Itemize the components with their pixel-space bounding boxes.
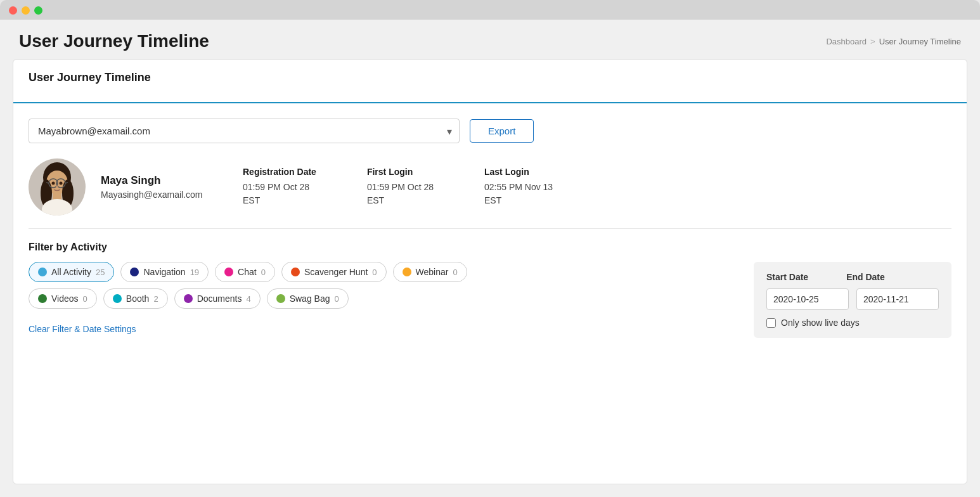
minimize-button[interactable] (22, 6, 30, 15)
svg-point-14 (56, 186, 58, 188)
filter-pill-chat[interactable]: Chat 0 (215, 262, 275, 282)
pill-dot-booth (113, 294, 122, 303)
export-button[interactable]: Export (470, 119, 534, 143)
pill-dot-documents (184, 294, 193, 303)
filter-pills-row-2: Videos 0 Booth 2 Documents 4 Swag Bag 0 (29, 288, 744, 309)
last-login-value: 02:55 PM Nov 13 EST (484, 181, 553, 207)
registration-date-value: 01:59 PM Oct 28 EST (243, 181, 316, 207)
svg-line-10 (46, 183, 49, 183)
pill-label-webinar: Webinar (416, 267, 449, 277)
pill-count-documents: 4 (246, 294, 250, 304)
date-filter-header: Start Date End Date (766, 272, 939, 282)
card-body: Mayabrown@examail.com ▾ Export (13, 103, 967, 351)
pill-label-booth: Booth (126, 294, 150, 304)
filter-title: Filter by Activity (29, 242, 951, 253)
registration-date-label: Registration Date (243, 167, 316, 177)
end-date-input[interactable] (856, 288, 939, 310)
pill-label-swag_bag: Swag Bag (290, 294, 330, 304)
main-card: User Journey Timeline Mayabrown@examail.… (13, 59, 967, 484)
end-date-label: End Date (846, 272, 885, 282)
user-details: Maya Singh Mayasingh@examail.com (101, 174, 228, 200)
first-login-label: First Login (367, 167, 434, 177)
app-container: User Journey Timeline Dashboard > User J… (0, 20, 980, 497)
avatar (29, 158, 86, 216)
pill-label-scavenger: Scavenger Hunt (304, 267, 368, 277)
pill-count-booth: 2 (153, 294, 158, 304)
pill-count-navigation: 19 (190, 268, 199, 277)
card-header: User Journey Timeline (13, 60, 967, 103)
first-login-stat: First Login 01:59 PM Oct 28 EST (367, 167, 434, 207)
date-filter-box: Start Date End Date Only show live days (754, 262, 951, 338)
live-days-label: Only show live days (781, 318, 860, 328)
filter-pill-swag_bag[interactable]: Swag Bag 0 (267, 288, 349, 309)
pill-label-chat: Chat (238, 267, 257, 277)
filter-pill-videos[interactable]: Videos 0 (29, 288, 97, 309)
pill-dot-navigation (130, 268, 139, 276)
breadcrumb-separator: > (870, 37, 875, 46)
pill-dot-videos (38, 294, 47, 303)
pill-count-all: 25 (96, 268, 105, 277)
date-inputs-row (766, 288, 939, 310)
filter-section: Filter by Activity All Activity 25 Navig… (29, 242, 951, 338)
svg-point-13 (60, 182, 63, 185)
first-login-value: 01:59 PM Oct 28 EST (367, 181, 434, 207)
pill-label-all: All Activity (51, 267, 91, 277)
pill-dot-chat (224, 268, 233, 276)
pill-count-videos: 0 (83, 294, 87, 304)
pill-dot-scavenger (291, 268, 300, 276)
start-date-label: Start Date (766, 272, 808, 282)
pill-dot-webinar (403, 268, 411, 276)
pill-count-webinar: 0 (453, 268, 457, 277)
close-button[interactable] (9, 6, 17, 15)
user-stats: Registration Date 01:59 PM Oct 28 EST Fi… (243, 167, 951, 207)
svg-point-12 (52, 182, 55, 185)
window-chrome (0, 0, 980, 20)
svg-line-11 (65, 183, 68, 183)
controls-row: Mayabrown@examail.com ▾ Export (29, 119, 951, 143)
pill-label-navigation: Navigation (143, 267, 185, 277)
page-title: User Journey Timeline (19, 31, 209, 51)
clear-filter-link[interactable]: Clear Filter & Date Settings (29, 324, 136, 334)
pill-count-chat: 0 (261, 268, 266, 277)
live-days-checkbox[interactable] (766, 318, 776, 328)
user-name: Maya Singh (101, 174, 228, 187)
breadcrumb-parent: Dashboard (826, 37, 867, 46)
maximize-button[interactable] (34, 6, 42, 15)
breadcrumb: Dashboard > User Journey Timeline (826, 37, 961, 46)
filter-pill-all[interactable]: All Activity 25 (29, 262, 114, 282)
live-days-checkbox-row: Only show live days (766, 318, 939, 328)
pill-dot-swag_bag (276, 294, 285, 303)
last-login-label: Last Login (484, 167, 553, 177)
pill-label-videos: Videos (51, 294, 79, 304)
card-title: User Journey Timeline (29, 71, 951, 84)
filter-pills-area: All Activity 25 Navigation 19 Chat 0 Sca… (29, 262, 744, 335)
user-info-row: Maya Singh Mayasingh@examail.com Registr… (29, 158, 951, 229)
avatar-image (29, 158, 86, 216)
filter-pill-scavenger[interactable]: Scavenger Hunt 0 (281, 262, 387, 282)
registration-date-stat: Registration Date 01:59 PM Oct 28 EST (243, 167, 316, 207)
filter-pill-webinar[interactable]: Webinar 0 (393, 262, 467, 282)
filter-pill-booth[interactable]: Booth 2 (103, 288, 168, 309)
start-date-input[interactable] (766, 288, 849, 310)
pill-count-swag_bag: 0 (335, 294, 339, 304)
filter-pill-navigation[interactable]: Navigation 19 (120, 262, 209, 282)
top-header: User Journey Timeline Dashboard > User J… (0, 20, 980, 59)
email-select-wrapper: Mayabrown@examail.com ▾ (29, 119, 460, 143)
breadcrumb-current: User Journey Timeline (879, 37, 961, 46)
filter-row: All Activity 25 Navigation 19 Chat 0 Sca… (29, 262, 951, 338)
pill-label-documents: Documents (197, 294, 242, 304)
filter-pill-documents[interactable]: Documents 4 (174, 288, 261, 309)
pill-dot-all (38, 268, 47, 276)
email-select[interactable]: Mayabrown@examail.com (29, 119, 460, 143)
filter-pills-row-1: All Activity 25 Navigation 19 Chat 0 Sca… (29, 262, 744, 282)
pill-count-scavenger: 0 (372, 268, 377, 277)
user-email: Mayasingh@examail.com (101, 190, 228, 200)
last-login-stat: Last Login 02:55 PM Nov 13 EST (484, 167, 553, 207)
